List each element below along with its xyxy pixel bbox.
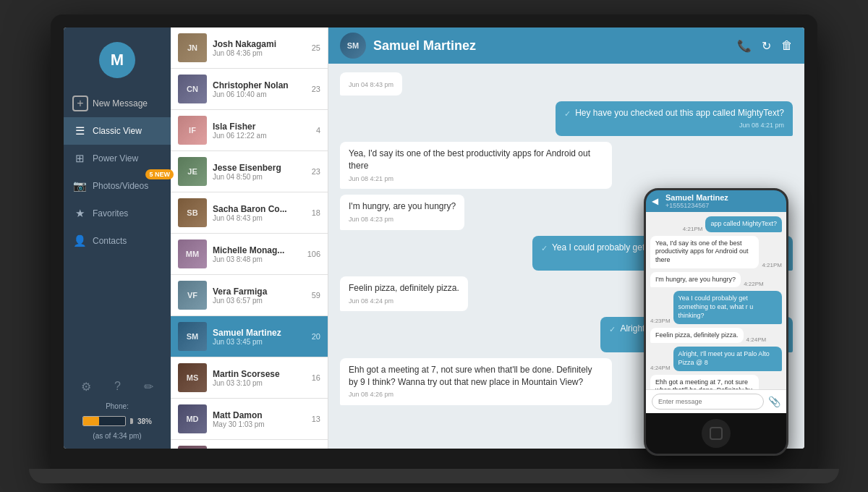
- contact-date: Jun 03 3:45 pm: [213, 338, 306, 346]
- phone-message: Yea I could probably get something to ea…: [673, 291, 782, 323]
- contact-avatar: ZD: [178, 446, 207, 449]
- contact-item[interactable]: MS Martin Scorsese Jun 03 3:10 pm 16: [171, 357, 328, 399]
- contact-info: Matt Damon May 30 1:03 pm: [213, 410, 306, 428]
- contact-name: Matt Damon: [213, 410, 306, 420]
- battery-fill: [83, 417, 99, 425]
- phone-message-input[interactable]: [652, 394, 764, 410]
- message-check: ✓: [564, 109, 571, 119]
- delete-icon[interactable]: 🗑: [781, 39, 793, 53]
- message-bubble: Jun 04 8:43 pm: [340, 72, 402, 96]
- contact-date: Jun 03 3:10 pm: [213, 379, 306, 387]
- contact-item[interactable]: CN Christopher Nolan Jun 06 10:40 am 23: [171, 69, 328, 110]
- contact-info: Martin Scorsese Jun 03 3:10 pm: [213, 369, 306, 387]
- contact-item[interactable]: JN Josh Nakagami Jun 08 4:36 pm 25: [171, 27, 328, 69]
- laptop-frame: M + New Message ☰ Classic View ⊞ Power V…: [51, 14, 817, 478]
- contact-avatar: VF: [178, 281, 207, 310]
- contact-count: 20: [306, 332, 320, 341]
- contact-item[interactable]: JE Jesse Eisenberg Jun 04 8:50 pm 23: [171, 151, 328, 192]
- sidebar: M + New Message ☰ Classic View ⊞ Power V…: [64, 27, 171, 449]
- battery-note: (as of 4:34 pm): [69, 429, 165, 443]
- phone-overlay: ◀ Samuel Martinez +15551234567 4:21PM ap…: [644, 188, 788, 456]
- message-time: Jun 08 4:24 pm: [349, 297, 459, 306]
- chat-header-actions: 📞 ↻ 🗑: [737, 39, 793, 53]
- phone-message: Feelin pizza, definitely pizza.: [650, 328, 744, 344]
- phone-message-row: Yea, I'd say its one of the best product…: [650, 236, 782, 268]
- contact-count: 25: [306, 43, 320, 52]
- settings-icon[interactable]: ⚙: [81, 380, 91, 394]
- help-icon[interactable]: ?: [114, 380, 121, 394]
- sidebar-item-photos-videos[interactable]: 📷 Photos/Videos 5 NEW: [64, 172, 171, 200]
- message-text: Hey have you checked out this app called…: [575, 107, 784, 119]
- chat-contact-name: Samuel Martinez: [373, 38, 737, 54]
- app-logo[interactable]: M: [99, 42, 135, 78]
- phone-contact-number: +15551234567: [665, 202, 780, 209]
- contact-name: Jesse Eisenberg: [213, 163, 306, 173]
- compose-icon[interactable]: ✏: [144, 380, 153, 394]
- contact-item[interactable]: SM Samuel Martinez Jun 03 3:45 pm 20: [171, 316, 328, 357]
- battery-bar: [82, 416, 126, 426]
- contact-item[interactable]: VF Vera Farmiga Jun 03 6:57 pm 59: [171, 275, 328, 316]
- phone-message-time: 4:22PM: [744, 281, 764, 287]
- message-text: Feelin pizza, definitely pizza.: [349, 282, 459, 294]
- contact-name: Josh Nakagami: [213, 39, 306, 49]
- message-text: I'm hungry, are you hungry?: [349, 200, 456, 213]
- contact-item[interactable]: ZD Zooey Deschanel May 30 12:59 pm 7: [171, 440, 328, 449]
- phone-message-row: 4:21PM app called MightyText?: [650, 216, 782, 232]
- phone-message-time: 4:21PM: [683, 226, 703, 232]
- new-message-button[interactable]: + New Message: [64, 90, 171, 117]
- phone-attach-icon[interactable]: 📎: [768, 396, 780, 407]
- contact-name: Vera Farmiga: [213, 287, 306, 297]
- chat-header-avatar: SM: [340, 33, 366, 59]
- sidebar-item-favorites[interactable]: ★ Favorites: [64, 200, 171, 227]
- phone-home-button[interactable]: [702, 419, 731, 448]
- contact-count: 13: [306, 415, 320, 423]
- contact-date: Jun 06 12:22 am: [213, 132, 306, 140]
- message-time: Jun 08 4:21 pm: [349, 174, 603, 184]
- contact-date: Jun 03 8:48 pm: [213, 255, 306, 263]
- phone-message-row: 4:23PM Yea I could probably get somethin…: [650, 291, 782, 323]
- phone-message-row: Ehh got a meeting at 7, not sure when th…: [650, 375, 782, 389]
- contact-name: Sacha Baron Co...: [213, 204, 306, 214]
- contact-avatar: JE: [178, 157, 207, 186]
- battery-indicator: 38%: [69, 416, 165, 426]
- sidebar-bottom: ⚙ ? ✏ Phone: 38% (as of 4:34 pm): [64, 368, 171, 449]
- sidebar-item-power-view[interactable]: ⊞ Power View: [64, 145, 171, 172]
- contact-avatar: IF: [178, 116, 207, 145]
- contact-item[interactable]: MD Matt Damon May 30 1:03 pm 13: [171, 399, 328, 440]
- power-view-icon: ⊞: [72, 152, 87, 165]
- contact-list: JN Josh Nakagami Jun 08 4:36 pm 25 CN Ch…: [171, 27, 328, 449]
- contact-date: May 30 1:03 pm: [213, 420, 306, 428]
- contact-name: Michelle Monag...: [213, 245, 306, 255]
- laptop-base: [29, 469, 839, 483]
- message-bubble: Ehh got a meeting at 7, not sure when th…: [340, 358, 612, 405]
- contact-name: Christopher Nolan: [213, 80, 306, 90]
- contact-name: Martin Scorsese: [213, 369, 306, 379]
- phone-message-time: 4:21PM: [762, 262, 782, 268]
- sidebar-nav: + New Message ☰ Classic View ⊞ Power Vie…: [64, 90, 171, 255]
- call-icon[interactable]: 📞: [737, 39, 752, 53]
- refresh-icon[interactable]: ↻: [762, 39, 771, 53]
- phone-back-button[interactable]: ◀: [652, 196, 658, 206]
- contact-info: Isla Fisher Jun 06 12:22 am: [213, 122, 306, 140]
- phone-contact-name: Samuel Martinez: [665, 193, 780, 202]
- sidebar-item-contacts[interactable]: 👤 Contacts: [64, 227, 171, 255]
- phone-message-time: 4:23PM: [650, 318, 671, 324]
- message-bubble: I'm hungry, are you hungry? Jun 08 4:23 …: [340, 195, 464, 229]
- contact-avatar: SB: [178, 198, 207, 227]
- sidebar-item-classic-view[interactable]: ☰ Classic View: [64, 117, 171, 145]
- contact-item[interactable]: SB Sacha Baron Co... Jun 04 8:43 pm 18: [171, 192, 328, 234]
- contact-count: 4: [306, 126, 320, 135]
- contact-avatar: MD: [178, 404, 207, 433]
- contact-item[interactable]: MM Michelle Monag... Jun 03 8:48 pm 106: [171, 234, 328, 275]
- message-time: Jun 08 4:26 pm: [349, 390, 603, 399]
- photos-badge: 5 NEW: [145, 169, 174, 179]
- contact-count: 23: [306, 167, 320, 176]
- contact-item[interactable]: IF Isla Fisher Jun 06 12:22 am 4: [171, 110, 328, 151]
- phone-label: Phone:: [69, 399, 165, 413]
- plus-icon: +: [72, 96, 88, 111]
- message-check: ✓: [541, 243, 548, 254]
- contact-count: 23: [306, 85, 320, 93]
- contact-name: Samuel Martinez: [213, 328, 306, 338]
- message-check: ✓: [609, 324, 616, 335]
- message-time: Jun 08 4:23 pm: [349, 215, 456, 224]
